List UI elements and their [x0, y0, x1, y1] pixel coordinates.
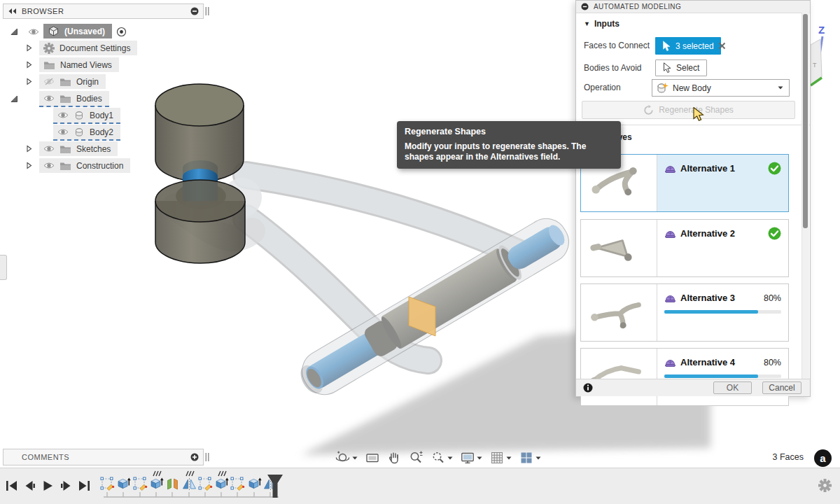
nav-grid-display[interactable]: [490, 451, 512, 465]
comments-resize-grip[interactable]: [205, 453, 210, 461]
browser-row-construction[interactable]: Construction: [3, 158, 213, 174]
visibility-eye-icon[interactable]: [43, 162, 55, 169]
alternative-thumbnail[interactable]: [581, 284, 657, 341]
visibility-eye-icon[interactable]: [57, 128, 69, 136]
browser-row-origin[interactable]: Origin: [3, 74, 213, 90]
browser-collapse-tab[interactable]: [0, 255, 7, 280]
expander-icon[interactable]: [25, 61, 33, 69]
visibility-eye-icon[interactable]: [28, 28, 39, 36]
browser-item[interactable]: Body1: [53, 108, 120, 124]
expander-icon[interactable]: [10, 27, 18, 36]
timeline-sketch-icon[interactable]: [198, 477, 213, 491]
faces-selected-button[interactable]: 3 selected: [655, 37, 721, 55]
browser-item-label: Body2: [90, 127, 113, 137]
comments-panel-header[interactable]: COMMENTS: [3, 449, 204, 465]
expander-icon[interactable]: [25, 44, 33, 52]
alternative-thumbnail[interactable]: [581, 220, 657, 276]
visibility-eye-icon[interactable]: [43, 78, 55, 85]
chevron-down-icon[interactable]: [447, 456, 453, 460]
visibility-eye-icon[interactable]: [43, 145, 55, 153]
timeline-mirror-icon[interactable]: [182, 477, 197, 491]
browser-panel-header[interactable]: BROWSER: [3, 4, 204, 19]
browser-row-document-settings[interactable]: Document Settings: [3, 40, 213, 57]
alternative-card-2[interactable]: Alternative 2: [580, 219, 789, 277]
browser-item[interactable]: Body2: [53, 125, 120, 141]
expander-icon[interactable]: [25, 145, 33, 153]
alternative-thumbnail[interactable]: [581, 349, 657, 405]
browser-row-bodies[interactable]: Bodies: [3, 90, 213, 107]
scrollbar-thumb[interactable]: [803, 14, 808, 228]
visibility-eye-icon[interactable]: [43, 94, 55, 102]
timeline-extrude-icon[interactable]: [214, 477, 229, 491]
timeline-sketch-icon[interactable]: [133, 477, 148, 491]
ok-button[interactable]: OK: [713, 382, 752, 394]
view-navigation-toolbar: [335, 449, 541, 466]
expander-icon[interactable]: [25, 78, 33, 85]
clear-selection-icon[interactable]: [718, 42, 726, 50]
nav-display-settings[interactable]: [461, 451, 482, 465]
browser-item[interactable]: Origin: [39, 74, 106, 89]
browser-item[interactable]: Document Settings: [39, 41, 137, 55]
browser-item[interactable]: (Unsaved): [43, 24, 112, 38]
browser-item[interactable]: Named Views: [39, 57, 119, 72]
expander-icon[interactable]: [25, 162, 33, 169]
activate-radio-icon[interactable]: [116, 27, 127, 37]
alternative-content[interactable]: Alternative 1: [657, 155, 788, 211]
body-cylinder-bottom-face[interactable]: [155, 180, 245, 222]
timeline-extrude-icon[interactable]: [149, 477, 164, 491]
alternative-content[interactable]: Alternative 480%: [657, 349, 788, 405]
alternative-content[interactable]: Alternative 380%: [657, 284, 788, 341]
browser-item[interactable]: Construction: [39, 158, 130, 173]
nav-look-at[interactable]: [365, 451, 379, 465]
browser-item[interactable]: Bodies: [39, 91, 109, 107]
dialog-title: AUTOMATED MODELING: [594, 3, 681, 10]
browser-row-unsaved[interactable]: (Unsaved): [3, 23, 213, 40]
collapse-arrows-icon[interactable]: [8, 8, 17, 15]
timeline-mirror-duplicate-icon[interactable]: [165, 477, 180, 491]
nav-viewports[interactable]: [519, 451, 541, 465]
timeline-sketch-icon[interactable]: [230, 477, 245, 491]
timeline-playhead[interactable]: [267, 474, 284, 498]
chevron-down-icon: ▼: [584, 20, 590, 27]
progress-percent: 80%: [764, 293, 781, 303]
alternative-label: Alternative 4: [680, 357, 735, 368]
alternative-content[interactable]: Alternative 2: [657, 220, 788, 276]
timeline-extrude-icon[interactable]: [247, 477, 262, 491]
alternative-title: Alternative 2: [664, 228, 735, 239]
nav-zoom-window[interactable]: [431, 451, 453, 465]
nav-zoom[interactable]: [409, 451, 424, 465]
dialog-header[interactable]: AUTOMATED MODELING: [576, 1, 810, 13]
operation-dropdown[interactable]: New Body: [652, 79, 790, 97]
timeline-sketch-icon[interactable]: [100, 477, 115, 491]
nav-pan[interactable]: [387, 451, 401, 465]
view-cube[interactable]: Z T: [811, 8, 840, 91]
alternative-card-3[interactable]: Alternative 380%: [580, 284, 789, 342]
minimize-icon[interactable]: [581, 3, 589, 10]
chevron-down-icon[interactable]: [477, 456, 482, 460]
regenerate-shapes-button[interactable]: Regenerate Shapes: [582, 101, 795, 119]
timeline-extrude-icon[interactable]: [116, 477, 131, 491]
cancel-button[interactable]: Cancel: [762, 382, 802, 394]
expander-icon[interactable]: [10, 94, 18, 103]
browser-row-body1[interactable]: Body1: [3, 107, 213, 124]
browser-row-body2[interactable]: Body2: [3, 124, 213, 141]
browser-row-named-views[interactable]: Named Views: [3, 57, 213, 74]
select-button[interactable]: Select: [655, 59, 707, 76]
chevron-down-icon[interactable]: [778, 86, 783, 90]
browser-item[interactable]: Sketches: [39, 141, 118, 156]
chevron-down-icon[interactable]: [352, 456, 358, 460]
nav-orbit[interactable]: [335, 451, 358, 465]
inputs-section-header[interactable]: ▼ Inputs: [584, 19, 620, 29]
chevron-down-icon[interactable]: [506, 456, 512, 460]
alternative-card-4[interactable]: Alternative 480%: [580, 348, 789, 406]
browser-resize-grip[interactable]: [205, 7, 210, 15]
add-comment-icon[interactable]: [190, 453, 199, 461]
minimize-icon[interactable]: [190, 7, 199, 15]
visibility-eye-icon[interactable]: [57, 111, 69, 119]
timeline-settings-gear-icon[interactable]: [818, 479, 832, 492]
fusion-logo[interactable]: a: [814, 449, 832, 467]
chevron-down-icon[interactable]: [536, 456, 541, 460]
browser-row-sketches[interactable]: Sketches: [3, 141, 213, 158]
info-icon[interactable]: [583, 383, 593, 393]
dialog-scrollbar[interactable]: [802, 13, 809, 379]
